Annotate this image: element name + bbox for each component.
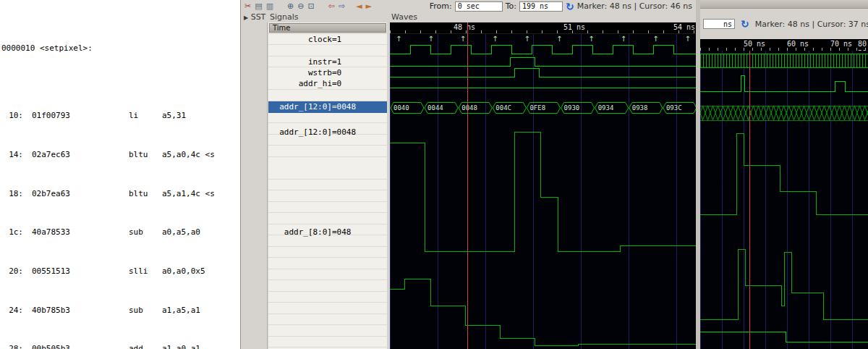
bus-value: 004C [492, 102, 526, 114]
bus-value-labels: 004000440048004C0FE8093009340938093C [390, 102, 697, 114]
shift-right-icon[interactable]: ► [366, 2, 372, 10]
secondary-waveform-svg [700, 70, 868, 349]
secondary-waves-pane[interactable] [700, 51, 868, 349]
asm-mnemonic: li [129, 111, 162, 120]
asm-opcode: 40b785b3 [32, 306, 129, 315]
bus-value: 0930 [561, 102, 595, 114]
bus-value: 0FE8 [526, 102, 560, 114]
zoom-fit-icon[interactable]: ⊡ [307, 2, 314, 10]
asm-mnemonic: sub [129, 227, 162, 237]
timescale-label: 70 ns [830, 40, 852, 48]
fetch-left-icon[interactable]: ⇦ [328, 2, 335, 10]
asm-address: 20: [1, 266, 23, 276]
bus-value: 0040 [390, 102, 424, 114]
zoom-out-icon[interactable]: ⊖ [297, 2, 304, 10]
wave-clock [390, 45, 697, 54]
sst-expander[interactable]: ▶ SST [244, 12, 265, 22]
asm-opcode: 00b505b3 [32, 344, 129, 349]
time-column-header: Time [269, 23, 386, 33]
asm-mnemonic: bltu [129, 189, 162, 198]
asm-line-list: 10: 01f00793 li a5,31 14: 02a7ec63 bltu … [1, 72, 246, 349]
zoom-in-icon[interactable]: ⊕ [287, 2, 294, 10]
fetch-right-icon[interactable]: ⇨ [339, 2, 345, 10]
secondary-timescale: 50 ns 60 ns 70 ns 80 ns [700, 39, 868, 51]
timescale-label: 48 ns [454, 23, 475, 31]
primary-marker-line [467, 22, 468, 349]
asm-address: 10: [1, 111, 23, 120]
signals-pane[interactable]: Time clock=1 instr=1 wstrb=0 addr_hi=0 a… [268, 22, 387, 349]
asm-section-setpixel: 0000010 <setpixel>: 10: 01f00793 li a5,3… [1, 24, 246, 349]
bus-value: 093C [663, 102, 697, 114]
asm-mnemonic: sub [129, 306, 162, 315]
asm-address: 18: [1, 189, 23, 198]
shift-left-icon[interactable]: ◄ [356, 2, 362, 10]
wave-analog-spike-2 [700, 249, 868, 319]
to-input[interactable] [519, 1, 563, 12]
from-label: From: [430, 1, 452, 11]
bus-value: 0044 [424, 102, 458, 114]
timescale-label: 54 ns [673, 23, 695, 31]
wave-analog-spike-1 [700, 133, 868, 214]
marker-cursor-status: Marker: 48 ns | Cursor: 46 ns [577, 1, 692, 11]
timescale-label: 51 ns [563, 23, 585, 31]
sst-pane[interactable] [241, 22, 268, 349]
pane-header-bar: ▶ SST Signals Waves [241, 12, 697, 22]
secondary-gtkwave-window: ↻ Marker: 48 ns | Cursor: 37 ns 50 ns 60… [696, 0, 868, 349]
signal-row-addr-hi[interactable]: addr_hi=0 [268, 78, 387, 89]
wave-clock-dense [700, 54, 868, 68]
gtkwave-toolbar: ✂ ▤ ▥ ⊕ ⊖ ⊡ ⇦ ⇨ ◄ ► From: To: ↻ Marker: … [241, 0, 697, 12]
asm-opcode: 40a78533 [32, 227, 129, 237]
asm-operands: a5,31 [162, 111, 246, 120]
signal-row-addr8-analog[interactable]: addr_[8:0]=048 [268, 227, 387, 237]
signal-row-addr-bus-selected[interactable]: addr_[12:0]=0048 [268, 101, 387, 113]
asm-line: 28: 00b505b3 add a1,a0,a1 [1, 344, 246, 349]
from-input[interactable] [455, 1, 503, 12]
asm-opcode: 02a7ec63 [32, 150, 129, 159]
timescale-label: 50 ns [744, 40, 765, 48]
waves-pane-title: Waves [391, 12, 417, 22]
asm-opcode: 00551513 [32, 266, 129, 276]
asm-mnemonic: add [129, 344, 162, 349]
wave-addr-analog [390, 132, 697, 251]
gtkwave-window: ✂ ▤ ▥ ⊕ ⊖ ⊡ ⇦ ⇨ ◄ ► From: To: ↻ Marker: … [240, 0, 697, 349]
time-range-group: From: To: ↻ Marker: 48 ns | Cursor: 46 n… [430, 1, 692, 12]
secondary-toolbar: ↻ Marker: 48 ns | Cursor: 37 ns [700, 9, 868, 39]
cut-icon[interactable]: ✂ [244, 2, 251, 10]
signal-row-clock[interactable]: clock=1 [268, 34, 387, 45]
asm-mnemonic: bltu [129, 150, 162, 159]
asm-mnemonic: slli [129, 266, 162, 276]
asm-operands: a0,a0,0x5 [162, 266, 246, 276]
window-titlebar[interactable] [700, 0, 868, 9]
asm-opcode: 02b7ea63 [32, 189, 129, 198]
signal-row-instr[interactable]: instr=1 [268, 56, 387, 67]
asm-opcode: 01f00793 [32, 111, 129, 120]
asm-line: 14: 02a7ec63 bltu a5,a0,4c <s [1, 150, 246, 159]
asm-address: 1c: [1, 227, 23, 237]
signal-row-wstrb[interactable]: wstrb=0 [268, 67, 387, 78]
to-input-partial[interactable] [703, 19, 735, 29]
marker-cursor-status: Marker: 48 ns | Cursor: 37 ns [755, 20, 868, 29]
asm-address: 24: [1, 306, 23, 315]
primary-marker-line [749, 51, 750, 349]
expander-arrow-icon: ▶ [244, 14, 248, 21]
signal-row-addr-analog[interactable]: addr_[12:0]=0048 [268, 127, 387, 138]
reload-icon[interactable]: ↻ [741, 19, 749, 29]
wave-addr8-analog [390, 279, 697, 345]
asm-line: 18: 02b7ea63 bltu a5,a1,4c <s [1, 189, 246, 198]
disassembly-terminal[interactable]: 0000010 <setpixel>: 10: 01f00793 li a5,3… [0, 0, 246, 349]
sst-label: SST [251, 12, 266, 22]
asm-line: 24: 40b785b3 sub a1,a5,a1 [1, 306, 246, 315]
asm-address: 28: [1, 344, 23, 349]
wave-flat-step [700, 332, 868, 342]
paste-icon[interactable]: ▥ [266, 2, 273, 10]
timescale: 48 ns 51 ns 54 ns [390, 22, 697, 34]
waves-pane[interactable]: 48 ns 51 ns 54 ns ↑↑↑↑↑↑↑↑↑↑ [390, 22, 697, 349]
asm-line: 10: 01f00793 li a5,31 [1, 111, 246, 120]
copy-icon[interactable]: ▤ [255, 2, 262, 10]
asm-section-label: 0000010 <setpixel>: [1, 43, 246, 53]
reload-icon[interactable]: ↻ [566, 1, 574, 12]
asm-address: 14: [1, 150, 23, 159]
asm-line: 1c: 40a78533 sub a0,a5,a0 [1, 227, 246, 237]
timescale-label: 60 ns [787, 40, 809, 48]
wave-instr [390, 57, 697, 66]
